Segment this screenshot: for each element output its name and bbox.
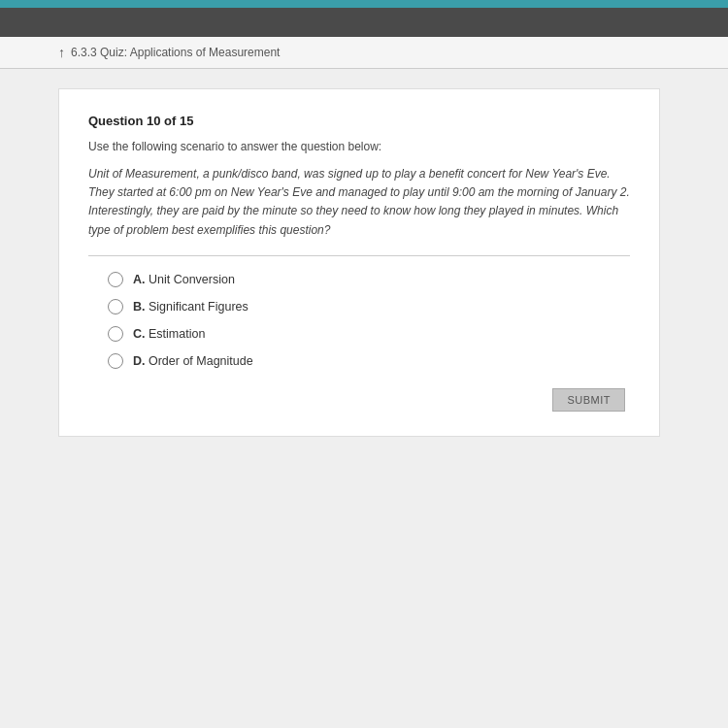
answer-label-a: A. Unit Conversion bbox=[133, 273, 235, 286]
answer-option-d[interactable]: D. Order of Magnitude bbox=[108, 353, 630, 369]
answer-option-c[interactable]: C. Estimation bbox=[108, 326, 630, 342]
submit-area: SUBMIT bbox=[88, 388, 630, 412]
nav-arrow-icon: ↑ bbox=[58, 45, 65, 60]
divider bbox=[88, 255, 630, 256]
radio-b[interactable] bbox=[108, 299, 123, 314]
answer-label-b: B. Significant Figures bbox=[133, 300, 248, 314]
radio-c[interactable] bbox=[108, 326, 123, 342]
radio-a[interactable] bbox=[108, 272, 123, 287]
question-header: Question 10 of 15 bbox=[88, 114, 630, 128]
content-area: Question 10 of 15 Use the following scen… bbox=[0, 69, 728, 728]
question-instruction: Use the following scenario to answer the… bbox=[88, 140, 630, 153]
nav-bar: ↑ 6.3.3 Quiz: Applications of Measuremen… bbox=[0, 37, 728, 69]
top-bar bbox=[0, 0, 728, 8]
page-wrapper: ↑ 6.3.3 Quiz: Applications of Measuremen… bbox=[0, 37, 728, 728]
question-text: Unit of Measurement, a punk/disco band, … bbox=[88, 165, 630, 240]
submit-button[interactable]: SUBMIT bbox=[552, 388, 625, 412]
answer-option-a[interactable]: A. Unit Conversion bbox=[108, 272, 630, 287]
radio-d[interactable] bbox=[108, 353, 123, 369]
answer-option-b[interactable]: B. Significant Figures bbox=[108, 299, 630, 314]
quiz-card: Question 10 of 15 Use the following scen… bbox=[58, 88, 660, 437]
browser-chrome bbox=[0, 8, 728, 37]
breadcrumb: 6.3.3 Quiz: Applications of Measurement bbox=[71, 46, 280, 59]
answer-options: A. Unit Conversion B. Significant Figure… bbox=[88, 272, 630, 369]
answer-label-c: C. Estimation bbox=[133, 327, 205, 341]
answer-label-d: D. Order of Magnitude bbox=[133, 354, 253, 368]
